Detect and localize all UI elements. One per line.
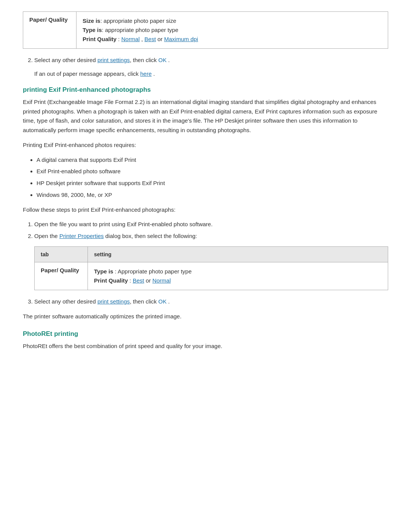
print-settings-link-1[interactable]: print settings bbox=[97, 57, 130, 63]
step2-text1: Select any other desired bbox=[34, 57, 97, 63]
table1-pq-colon: : bbox=[116, 36, 121, 42]
table2-type-bold: Type is bbox=[94, 268, 113, 275]
section1-p3: Follow these steps to print Exif Print-e… bbox=[23, 205, 388, 215]
section2-p1: PhotoREt offers the best combination of … bbox=[23, 342, 388, 351]
table1-max-link[interactable]: Maximum dpi bbox=[164, 36, 198, 42]
table1-size-desc: : appropriate photo paper size bbox=[100, 18, 176, 24]
table2-row1: Paper/ Quality Type is : Appropriate pho… bbox=[35, 262, 388, 290]
table2-pq-bold: Print Quality bbox=[94, 277, 128, 284]
steps-item-1: Open the file you want to print using Ex… bbox=[34, 220, 388, 229]
step2-text2: , then click bbox=[130, 57, 158, 63]
step2-text3: . bbox=[167, 57, 170, 63]
table1-type-desc: : appropriate photo paper type bbox=[102, 27, 178, 33]
table1-paper-quality: Paper/ Quality bbox=[29, 16, 68, 23]
section2-heading: PhotoREt printing bbox=[23, 330, 388, 338]
table1-label: Paper/ Quality bbox=[23, 12, 76, 49]
printer-properties-link[interactable]: Printer Properties bbox=[59, 233, 104, 239]
print-settings-link-2[interactable]: print settings bbox=[97, 298, 130, 305]
ok-link-2[interactable]: OK bbox=[158, 298, 167, 305]
bullet-item-4: Windows 98, 2000, Me, or XP bbox=[37, 190, 388, 200]
section1-p4: The printer software automatically optim… bbox=[23, 312, 388, 321]
table-photo-settings-2: tab setting Paper/ Quality Type is : App… bbox=[34, 246, 388, 290]
table1-normal-link[interactable]: Normal bbox=[121, 36, 140, 42]
table1-type-bold: Type is bbox=[83, 27, 102, 33]
table-photo-settings-1: Paper/ Quality Size is: appropriate phot… bbox=[23, 11, 388, 49]
steps2-2b: dialog box, then select the following: bbox=[104, 233, 197, 239]
step3-text3: . bbox=[167, 298, 170, 305]
steps-item-1-text: Open the file you want to print using Ex… bbox=[34, 221, 213, 227]
bullet-item-2: Exif Print-enabled photo software bbox=[37, 167, 388, 176]
table1-pq-bold: Print Quality bbox=[83, 36, 116, 42]
table2-settings: Type is : Appropriate photo paper type P… bbox=[88, 262, 388, 290]
steps2-2a: Open the bbox=[34, 233, 59, 239]
steps-list: Open the file you want to print using Ex… bbox=[34, 220, 388, 241]
step-2-list: Select any other desired print settings,… bbox=[34, 56, 388, 65]
table1-size-bold: Size is bbox=[83, 18, 100, 24]
step2b-text1: If an out of paper message appears, clic… bbox=[34, 70, 140, 77]
bullet-item-3: HP Deskjet printer software that support… bbox=[37, 179, 388, 188]
section1-p1: Exif Print (Exchangeable Image File Form… bbox=[23, 97, 388, 135]
ok-link-1[interactable]: OK bbox=[158, 57, 167, 63]
table1-settings: Size is: appropriate photo paper size Ty… bbox=[76, 12, 388, 49]
steps-item-2: Open the Printer Properties dialog box, … bbox=[34, 232, 388, 241]
section1-heading: printing Exif Print-enhanced photographs bbox=[23, 86, 388, 94]
table1-comma: , bbox=[140, 36, 145, 42]
table2-paper-quality: Paper/ Quality bbox=[41, 267, 79, 273]
table2-type-desc: : Appropriate photo paper type bbox=[113, 268, 192, 275]
step3-text2: , then click bbox=[130, 298, 158, 305]
table2-best-link[interactable]: Best bbox=[133, 277, 144, 284]
table2-col-tab: tab bbox=[35, 246, 88, 262]
step2b-indent: If an out of paper message appears, clic… bbox=[34, 70, 388, 77]
step3-text1: Select any other desired bbox=[34, 298, 97, 305]
table2-normal-link[interactable]: Normal bbox=[152, 277, 170, 284]
table2-pq-colon: : bbox=[128, 277, 133, 284]
table2-header-row: tab setting bbox=[35, 246, 388, 262]
here-link-1[interactable]: here bbox=[140, 70, 152, 77]
bullet-item-1: A digital camera that supports Exif Prin… bbox=[37, 155, 388, 165]
table2-or: or bbox=[144, 277, 153, 284]
step2b-text2: . bbox=[152, 70, 155, 77]
table1-or: or bbox=[156, 36, 164, 42]
table1-best-link[interactable]: Best bbox=[145, 36, 156, 42]
table2-col-setting: setting bbox=[88, 246, 388, 262]
step-3-list: Select any other desired print settings,… bbox=[34, 297, 388, 307]
section1-p2: Printing Exif Print-enhanced photos requ… bbox=[23, 141, 388, 150]
step-2-item: Select any other desired print settings,… bbox=[34, 56, 388, 65]
table2-label: Paper/ Quality bbox=[35, 262, 88, 290]
step-3-item: Select any other desired print settings,… bbox=[34, 297, 388, 307]
requirements-list: A digital camera that supports Exif Prin… bbox=[37, 155, 388, 200]
